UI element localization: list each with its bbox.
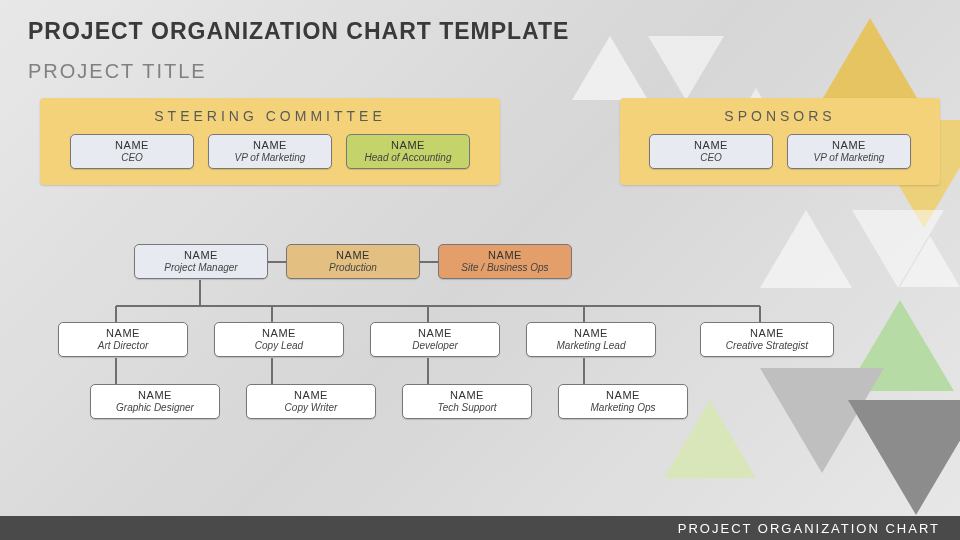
person-role: Copy Lead: [221, 340, 337, 351]
person-role: Creative Strategist: [707, 340, 827, 351]
team-creative-strategist: NAME Creative Strategist: [700, 322, 834, 357]
team-graphic-designer: NAME Graphic Designer: [90, 384, 220, 419]
person-name: NAME: [97, 389, 213, 401]
sponsor-member: NAME VP of Marketing: [787, 134, 911, 169]
person-name: NAME: [445, 249, 565, 261]
person-name: NAME: [409, 389, 525, 401]
sponsor-member: NAME CEO: [649, 134, 773, 169]
steering-member: NAME Head of Accounting: [346, 134, 470, 169]
person-name: NAME: [707, 327, 827, 339]
slide-canvas: PROJECT ORGANIZATION CHART TEMPLATE PROJ…: [0, 0, 960, 540]
person-name: NAME: [141, 249, 261, 261]
person-name: NAME: [353, 139, 463, 151]
person-name: NAME: [293, 249, 413, 261]
steering-panel: STEERING COMMITTEE NAME CEO NAME VP of M…: [40, 98, 500, 185]
team-tech-support: NAME Tech Support: [402, 384, 532, 419]
person-role: CEO: [656, 152, 766, 163]
person-name: NAME: [533, 327, 649, 339]
person-role: Project Manager: [141, 262, 261, 273]
lead-business-ops: NAME Site / Business Ops: [438, 244, 572, 279]
main-title: PROJECT ORGANIZATION CHART TEMPLATE: [28, 18, 569, 45]
team-art-director: NAME Art Director: [58, 322, 188, 357]
person-name: NAME: [253, 389, 369, 401]
person-name: NAME: [656, 139, 766, 151]
team-developer: NAME Developer: [370, 322, 500, 357]
person-name: NAME: [215, 139, 325, 151]
lead-project-manager: NAME Project Manager: [134, 244, 268, 279]
person-role: Marketing Lead: [533, 340, 649, 351]
person-name: NAME: [221, 327, 337, 339]
person-role: Marketing Ops: [565, 402, 681, 413]
person-name: NAME: [65, 327, 181, 339]
triangle-icon: [572, 36, 648, 100]
team-copy-writer: NAME Copy Writer: [246, 384, 376, 419]
triangle-icon: [848, 400, 960, 515]
subtitle: PROJECT TITLE: [28, 60, 207, 83]
person-name: NAME: [794, 139, 904, 151]
lead-production: NAME Production: [286, 244, 420, 279]
person-name: NAME: [565, 389, 681, 401]
steering-member: NAME CEO: [70, 134, 194, 169]
team-marketing-ops: NAME Marketing Ops: [558, 384, 688, 419]
triangle-icon: [900, 236, 960, 287]
sponsors-panel: SPONSORS NAME CEO NAME VP of Marketing: [620, 98, 940, 185]
footer-text: PROJECT ORGANIZATION CHART: [678, 521, 940, 536]
person-role: Developer: [377, 340, 493, 351]
team-marketing-lead: NAME Marketing Lead: [526, 322, 656, 357]
person-role: Tech Support: [409, 402, 525, 413]
steering-title: STEERING COMMITTEE: [40, 108, 500, 124]
person-role: Graphic Designer: [97, 402, 213, 413]
person-name: NAME: [377, 327, 493, 339]
person-role: Head of Accounting: [353, 152, 463, 163]
person-role: Copy Writer: [253, 402, 369, 413]
team-copy-lead: NAME Copy Lead: [214, 322, 344, 357]
steering-member: NAME VP of Marketing: [208, 134, 332, 169]
person-role: Site / Business Ops: [445, 262, 565, 273]
footer-bar: PROJECT ORGANIZATION CHART: [0, 516, 960, 540]
person-role: Art Director: [65, 340, 181, 351]
triangle-icon: [760, 210, 852, 288]
person-role: VP of Marketing: [215, 152, 325, 163]
sponsors-title: SPONSORS: [620, 108, 940, 124]
person-role: VP of Marketing: [794, 152, 904, 163]
person-role: CEO: [77, 152, 187, 163]
person-name: NAME: [77, 139, 187, 151]
person-role: Production: [293, 262, 413, 273]
